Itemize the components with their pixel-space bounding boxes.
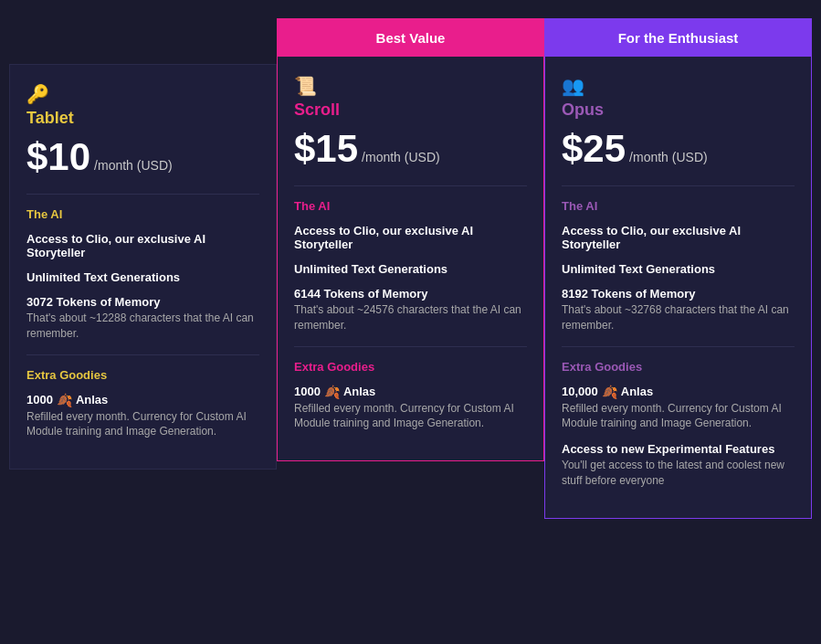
tablet-card: 🔑 Tablet $10 /month (USD) The AI Access … (9, 64, 277, 470)
scroll-plan-name: Scroll (294, 100, 527, 120)
opus-goodies-title: Extra Goodies (562, 360, 795, 374)
scroll-icon: 📜 (294, 75, 527, 97)
opus-ai-title: The AI (562, 199, 795, 213)
scroll-anlas-label: Anlas (343, 385, 375, 398)
tablet-ai-title: The AI (26, 207, 259, 221)
tablet-icon: 🔑 (26, 83, 259, 105)
tablet-anlas-desc: Refilled every month. Currency for Custo… (26, 409, 259, 440)
scroll-feature-2-title: Unlimited Text Generations (294, 262, 527, 276)
scroll-anlas-amount: 1000 (294, 385, 321, 398)
scroll-price-suffix: /month (USD) (362, 150, 440, 164)
tablet-plan-name: Tablet (26, 109, 259, 128)
opus-feature-3-title: 8192 Tokens of Memory (562, 287, 795, 301)
tablet-feature-2-title: Unlimited Text Generations (26, 270, 259, 284)
opus-anlas-desc: Refilled every month. Currency for Custo… (562, 401, 795, 432)
tablet-price: $10 (26, 135, 90, 179)
opus-icon: 👥 (562, 75, 795, 97)
tablet-feature-3-title: 3072 Tokens of Memory (26, 295, 259, 309)
opus-card: For the Enthusiast 👥 Opus $25 /month (US… (544, 18, 812, 519)
opus-feature-1-title: Access to Clio, our exclusive AI Storyte… (562, 224, 795, 251)
scroll-card: Best Value 📜 Scroll $15 /month (USD) The… (277, 18, 544, 461)
tablet-feature-1-title: Access to Clio, our exclusive AI Storyte… (26, 232, 259, 259)
tablet-goodies-title: Extra Goodies (26, 368, 259, 382)
tablet-price-suffix: /month (USD) (94, 158, 173, 173)
opus-anlas: 10,000 🍂 Anlas Refilled every month. Cur… (562, 385, 795, 432)
opus-feature-2: Unlimited Text Generations (562, 262, 795, 276)
scroll-anlas-title: 1000 🍂 Anlas (294, 385, 527, 399)
opus-feature-1: Access to Clio, our exclusive AI Storyte… (562, 224, 795, 251)
tablet-feature-3-desc: That's about ~12288 characters that the … (26, 311, 259, 342)
tablet-feature-2: Unlimited Text Generations (26, 270, 259, 284)
opus-experimental: Access to new Experimental Features You'… (562, 442, 795, 489)
opus-price-suffix: /month (USD) (629, 150, 708, 164)
opus-feature-2-title: Unlimited Text Generations (562, 262, 795, 276)
tablet-feature-1: Access to Clio, our exclusive AI Storyte… (26, 232, 259, 259)
tablet-anlas-title: 1000 🍂 Anlas (26, 393, 259, 407)
opus-anlas-label: Anlas (621, 385, 653, 398)
scroll-feature-2: Unlimited Text Generations (294, 262, 527, 276)
scroll-feature-1-title: Access to Clio, our exclusive AI Storyte… (294, 224, 527, 251)
scroll-goodies-title: Extra Goodies (294, 360, 527, 374)
tablet-anlas-icon: 🍂 (57, 393, 72, 407)
opus-anlas-title: 10,000 🍂 Anlas (562, 385, 795, 399)
opus-feature-3: 8192 Tokens of Memory That's about ~3276… (562, 287, 795, 333)
opus-anlas-amount: 10,000 (562, 385, 598, 398)
opus-plan-name: Opus (562, 100, 795, 120)
scroll-anlas: 1000 🍂 Anlas Refilled every month. Curre… (294, 385, 527, 432)
tablet-anlas-amount: 1000 (26, 393, 53, 406)
scroll-feature-3: 6144 Tokens of Memory That's about ~2457… (294, 287, 527, 333)
scroll-feature-3-desc: That's about ~24576 characters that the … (294, 302, 527, 333)
opus-feature-3-desc: That's about ~32768 characters that the … (562, 302, 795, 333)
tablet-feature-3: 3072 Tokens of Memory That's about ~1228… (26, 295, 259, 342)
tablet-price-line: $10 /month (USD) (26, 135, 259, 179)
opus-banner: For the Enthusiast (545, 19, 811, 57)
opus-anlas-icon: 🍂 (602, 385, 617, 399)
scroll-ai-title: The AI (294, 199, 527, 213)
scroll-anlas-icon: 🍂 (324, 385, 340, 399)
pricing-container: 🔑 Tablet $10 /month (USD) The AI Access … (9, 18, 812, 519)
scroll-price: $15 (294, 127, 358, 171)
scroll-banner: Best Value (278, 19, 543, 57)
tablet-anlas-label: Anlas (76, 393, 108, 406)
opus-price-line: $25 /month (USD) (562, 127, 795, 171)
scroll-price-line: $15 /month (USD) (294, 127, 527, 171)
tablet-anlas: 1000 🍂 Anlas Refilled every month. Curre… (26, 393, 259, 440)
scroll-anlas-desc: Refilled every month. Currency for Custo… (294, 401, 527, 432)
opus-card-body: 👥 Opus $25 /month (USD) The AI Access to… (545, 57, 811, 518)
scroll-feature-1: Access to Clio, our exclusive AI Storyte… (294, 224, 527, 251)
opus-experimental-desc: You'll get access to the latest and cool… (562, 458, 795, 489)
tablet-card-body: 🔑 Tablet $10 /month (USD) The AI Access … (10, 65, 276, 469)
scroll-card-body: 📜 Scroll $15 /month (USD) The AI Access … (278, 57, 543, 460)
opus-experimental-title: Access to new Experimental Features (562, 442, 795, 456)
scroll-feature-3-title: 6144 Tokens of Memory (294, 287, 527, 301)
opus-price: $25 (562, 127, 626, 171)
